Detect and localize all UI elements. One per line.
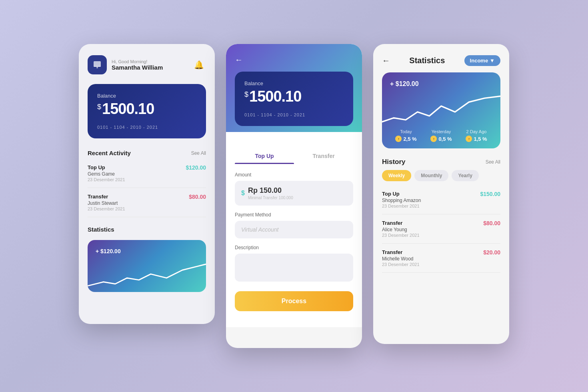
screen-topup: ← Balance $ 1500.10 0101 - 1104 - 2010 -… [226,44,362,348]
svg-rect-0 [94,61,101,67]
filter-monthly[interactable]: Mounthly [414,170,448,181]
filter-weekly[interactable]: Weekly [382,170,411,181]
filter-yearly[interactable]: Yearly [452,170,478,181]
card-number: 0101 - 1104 - 2010 - 2021 [97,125,196,130]
screen-statistics: ← Statistics Income ▼ + $120.00 Today ↑ … [373,44,509,344]
history-type: Transfer [382,249,420,255]
payment-method-placeholder: Virtual Account [241,226,278,233]
topup-balance-card: Balance $ 1500.10 0101 - 1104 - 2010 - 2… [235,72,353,126]
divider [382,214,500,214]
balance-dollar: $ [244,90,248,99]
history-row: Transfer Alice Young 23 Desember 2021 $8… [382,220,500,238]
activity-info: Transfer Justin Stewart 23 Desember 2021 [88,194,125,211]
activity-type: Top Up [88,164,125,170]
statistics-card: + $120.00 [88,240,206,292]
activity-info: Top Up Gems Game 23 Desember 2021 [88,164,125,182]
card-number: 0101 - 1104 - 2010 - 2021 [244,112,344,117]
avatar [88,55,107,74]
activity-type: Transfer [88,194,125,200]
topup-header-gradient: ← Balance $ 1500.10 0101 - 1104 - 2010 -… [226,44,362,132]
activity-name: Gems Game [88,171,125,177]
statistics-page-title: Statistics [409,56,445,65]
history-info: Transfer Michelle Wood 23 Desember 2021 [382,249,420,267]
recent-activity-header: Recent Activity See All [79,146,215,160]
divider [382,243,500,244]
balance-amount-row: $ 1500.10 [244,88,344,105]
history-item: Top Up Shopping Amazon 23 Desember 2021 … [373,187,509,212]
history-name: Shopping Amazon [382,198,421,203]
history-item: Transfer Michelle Wood 23 Desember 2021 … [373,245,509,271]
notification-bell[interactable]: 🔔 [192,58,206,72]
activity-item: Top Up Gems Game 23 Desember 2021 $120.0… [79,160,215,186]
history-type: Top Up [382,191,421,197]
stats-chart [88,260,206,292]
greeting-name: Samantha William [112,64,192,71]
history-row: Transfer Michelle Wood 23 Desember 2021 … [382,249,500,267]
dollar-sign: $ [241,190,245,197]
history-amount: $80.00 [483,220,500,226]
process-button[interactable]: Process [235,291,353,311]
svg-rect-1 [94,66,101,67]
chart-amount: + $120.00 [390,80,492,88]
amount-value: Rp 150.00 [248,186,293,195]
history-info: Top Up Shopping Amazon 23 Desember 2021 [382,191,421,208]
chart-stat-yesterday: Yesterday ↑ 0,5 % [430,129,452,142]
tab-topup[interactable]: Top Up [235,148,294,164]
balance-label: Balance [97,93,196,99]
stat-dot-today: ↑ [395,136,402,142]
stat-pct-2dayago: 1,5 % [474,136,487,142]
tab-transfer[interactable]: Transfer [294,148,353,164]
recent-activity-title: Recent Activity [88,150,131,156]
activity-amount: $80.00 [189,194,206,200]
topup-form: Amount $ Rp 150.00 Minimal Transfer 100.… [226,164,362,327]
history-date: 23 Desember 2021 [382,262,420,267]
back-button[interactable]: ← [235,55,243,64]
activity-date: 23 Desember 2021 [88,206,125,211]
history-row: Top Up Shopping Amazon 23 Desember 2021 … [382,191,500,208]
balance-number: 1500.10 [102,100,154,118]
amount-input-value: Rp 150.00 Minimal Transfer 100.000 [248,186,293,200]
stat-pct-yesterday: 0,5 % [438,136,452,142]
chart-bottom-stats: Today ↑ 2,5 % Yesterday ↑ 0,5 % 2 Day Ag… [382,129,500,142]
statistics-header: ← Statistics Income ▼ [373,44,509,71]
filter-tabs: Weekly Mounthly Yearly [373,170,509,187]
activity-date: 23 Desember 2021 [88,177,125,182]
divider [88,188,206,188]
statistics-chart-card: + $120.00 Today ↑ 2,5 % Yesterday ↑ 0,5 … [382,72,500,148]
payment-method-input[interactable]: Virtual Account [235,221,353,238]
divider [382,272,500,273]
description-label: Description [235,245,353,250]
balance-label: Balance [244,80,344,86]
stat-pct-today: 2,5 % [403,136,416,142]
stats-amount: + $120.00 [96,248,198,254]
income-badge[interactable]: Income ▼ [464,55,500,66]
chart-stat-2dayago: 2 Day Ago ↑ 1,5 % [466,129,487,142]
activity-row: Transfer Justin Stewart 23 Desember 2021… [88,194,206,211]
history-item: Transfer Alice Young 23 Desember 2021 $8… [373,216,509,242]
avatar-icon [92,60,102,70]
income-badge-label: Income [470,58,488,64]
activity-row: Top Up Gems Game 23 Desember 2021 $120.0… [88,164,206,182]
activity-amount: $120.00 [186,164,206,171]
history-info: Transfer Alice Young 23 Desember 2021 [382,220,420,238]
see-all-activity[interactable]: See All [191,150,206,156]
stat-value-today: ↑ 2,5 % [395,136,416,142]
activity-name: Justin Stewart [88,200,125,206]
history-date: 23 Desember 2021 [382,233,420,238]
history-header: History See All [373,155,509,170]
stat-label-yesterday: Yesterday [430,129,452,134]
screen-home: Hi, Good Morning! Samantha William 🔔 Bal… [79,44,215,324]
history-date: 23 Desember 2021 [382,204,421,208]
greeting-hi: Hi, Good Morning! [112,59,192,64]
payment-method-label: Payment Method [235,212,353,218]
history-see-all[interactable]: See All [486,159,500,165]
divider [88,217,206,217]
amount-hint: Minimal Transfer 100.000 [248,196,293,200]
home-header: Hi, Good Morning! Samantha William 🔔 [79,44,215,81]
history-title: History [382,158,406,166]
amount-input-group[interactable]: $ Rp 150.00 Minimal Transfer 100.000 [235,181,353,206]
back-button[interactable]: ← [382,56,390,65]
activity-item: Transfer Justin Stewart 23 Desember 2021… [79,190,215,215]
description-textarea[interactable] [235,254,353,282]
screens-container: Hi, Good Morning! Samantha William 🔔 Bal… [79,28,509,364]
